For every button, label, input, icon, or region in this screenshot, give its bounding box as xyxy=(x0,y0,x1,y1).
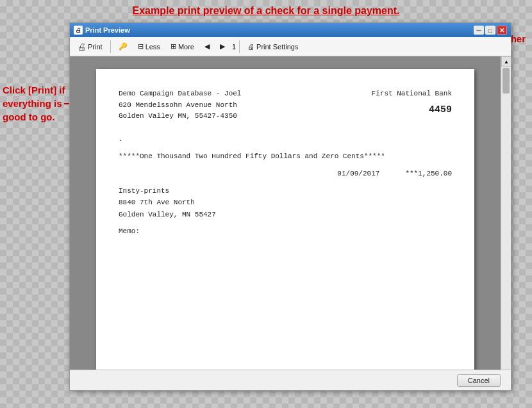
less-icon: ⊟ xyxy=(138,42,144,51)
payee-line3: Golden Valley, MN 55427 xyxy=(119,209,452,221)
bottom-bar: Cancel xyxy=(70,370,511,390)
window-app-icon: 🖨 xyxy=(74,26,83,35)
annotation-left: Click [Print] if everything is good to g… xyxy=(3,83,73,124)
memo-label: Memo: xyxy=(119,227,140,235)
nav-next-button[interactable]: ▶ xyxy=(215,40,229,53)
preview-content[interactable]: Demo Campaign Database - Joel 620 Mendel… xyxy=(70,56,501,390)
scroll-track[interactable] xyxy=(501,67,511,380)
print-preview-window: 🖨 Print Preview ─ □ ✕ 🖨 Print 🔑 ⊟ Less ⊞… xyxy=(69,22,511,391)
check-number: 4459 xyxy=(372,102,452,118)
check-amount-text: *****One Thousand Two Hundred Fifty Doll… xyxy=(119,152,452,160)
toolbar: 🖨 Print 🔑 ⊟ Less ⊞ More ◀ ▶ 1 🖨 Print Se… xyxy=(70,37,511,56)
less-button[interactable]: ⊟ Less xyxy=(133,40,165,53)
page-count: 1 xyxy=(232,43,236,51)
key-icon-button[interactable]: 🔑 xyxy=(114,40,132,53)
payee-line2: 8840 7th Ave North xyxy=(119,197,452,209)
check-date-amount: 01/09/2017 ***1,250.00 xyxy=(119,170,452,177)
sender-line2: 620 Mendelssohn Avenue North xyxy=(119,100,241,111)
check-date: 01/09/2017 xyxy=(337,170,379,177)
window-titlebar: 🖨 Print Preview ─ □ ✕ xyxy=(70,23,511,37)
scroll-up-button[interactable]: ▲ xyxy=(501,56,511,67)
check-sender-info: Demo Campaign Database - Joel 620 Mendel… xyxy=(119,88,241,122)
check-dot: . xyxy=(119,135,452,143)
print-button[interactable]: 🖨 Print xyxy=(72,40,107,54)
separator-2 xyxy=(239,40,240,53)
check-header: Demo Campaign Database - Joel 620 Mendel… xyxy=(119,88,452,122)
payee-line1: Insty-prints xyxy=(119,185,452,197)
nav-prev-icon: ◀ xyxy=(204,42,210,51)
key-icon: 🔑 xyxy=(119,42,128,51)
bank-name: First National Bank xyxy=(372,88,452,100)
more-button[interactable]: ⊞ More xyxy=(166,40,199,53)
print-icon: 🖨 xyxy=(77,42,86,52)
sender-line3: Golden Valley MN, 55427-4350 xyxy=(119,111,241,122)
scrollbar[interactable]: ▲ ▼ xyxy=(501,56,511,390)
scroll-thumb[interactable] xyxy=(503,68,510,94)
window-title-left: 🖨 Print Preview xyxy=(74,26,130,35)
window-controls[interactable]: ─ □ ✕ xyxy=(474,26,507,35)
nav-next-icon: ▶ xyxy=(220,42,225,51)
nav-prev-button[interactable]: ◀ xyxy=(200,40,214,53)
check-amount: ***1,250.00 xyxy=(405,170,452,177)
print-settings-button[interactable]: 🖨 Print Settings xyxy=(243,41,303,53)
check-payee-section: Insty-prints 8840 7th Ave North Golden V… xyxy=(119,185,452,221)
minimize-button[interactable]: ─ xyxy=(474,26,484,35)
preview-area: Demo Campaign Database - Joel 620 Mendel… xyxy=(70,56,511,390)
close-button[interactable]: ✕ xyxy=(497,26,507,35)
separator-1 xyxy=(110,40,111,53)
cancel-button[interactable]: Cancel xyxy=(457,374,501,387)
check-bank-info: First National Bank 4459 xyxy=(372,88,452,122)
check-memo: Memo: xyxy=(119,227,452,235)
print-settings-icon: 🖨 xyxy=(247,43,254,51)
check-page: Demo Campaign Database - Joel 620 Mendel… xyxy=(96,69,474,377)
more-icon: ⊞ xyxy=(170,42,176,51)
window-title-text: Print Preview xyxy=(85,26,130,34)
sender-line1: Demo Campaign Database - Joel xyxy=(119,88,241,100)
page-title: Example print preview of a check for a s… xyxy=(132,5,399,17)
maximize-button[interactable]: □ xyxy=(485,26,495,35)
